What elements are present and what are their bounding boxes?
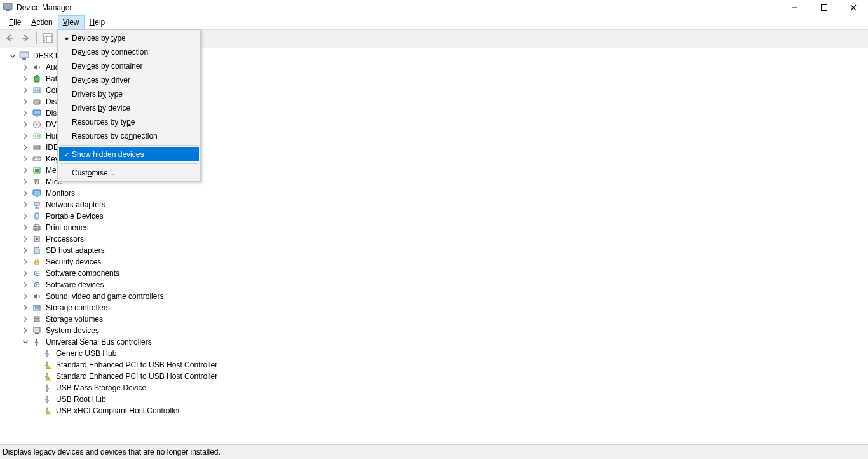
category-icon (32, 120, 42, 130)
expander-icon[interactable] (22, 338, 29, 346)
tree-category-label: Storage controllers (44, 303, 111, 313)
expander-icon[interactable] (22, 258, 29, 266)
toolbar-separator (36, 32, 37, 44)
menu-devices-by-driver[interactable]: Devices by driver (59, 73, 199, 87)
expander-icon[interactable] (22, 327, 29, 334)
expander-icon[interactable] (22, 86, 29, 94)
tree-category[interactable]: Software components (4, 268, 864, 279)
menu-devices-by-connection[interactable]: Devices by connection (59, 45, 199, 59)
menu-view[interactable]: View (58, 15, 85, 29)
tree-device[interactable]: USB Mass Storage Device (4, 382, 864, 394)
tree-category[interactable]: Network adapters (4, 199, 864, 210)
expander-icon[interactable] (22, 292, 29, 300)
svg-rect-87 (48, 413, 49, 414)
menu-resources-by-connection[interactable]: Resources by connection (59, 129, 199, 143)
expander-icon[interactable] (22, 189, 29, 197)
svg-rect-38 (35, 169, 39, 172)
tree-device[interactable]: Standard Enhanced PCI to USB Host Contro… (4, 359, 864, 371)
svg-rect-1 (6, 10, 10, 11)
tree-category[interactable]: Monitors (4, 188, 864, 199)
tree-category[interactable]: Processors (4, 233, 864, 245)
category-icon (32, 74, 42, 84)
expander-icon[interactable] (22, 235, 29, 243)
tree-category[interactable]: System devices (4, 325, 864, 336)
tree-category[interactable]: Software devices (4, 279, 864, 291)
expander-icon[interactable] (22, 64, 29, 71)
tree-category[interactable]: Print queues (4, 222, 864, 233)
show-hide-tree-button[interactable] (41, 31, 55, 45)
svg-rect-42 (34, 202, 39, 205)
expander-icon[interactable] (22, 144, 29, 151)
expander-icon[interactable] (22, 315, 29, 323)
tree-category[interactable]: Storage volumes (4, 313, 864, 325)
tree-category[interactable]: Storage controllers (4, 302, 864, 313)
category-icon (32, 314, 42, 324)
minimize-button[interactable] (780, 0, 810, 15)
expander-icon[interactable] (22, 212, 29, 220)
menu-drivers-by-device[interactable]: Drivers by device (59, 101, 199, 115)
tree-device[interactable]: USB xHCI Compliant Host Controller (4, 405, 864, 416)
usb-warning-icon (42, 371, 52, 381)
svg-rect-49 (35, 229, 39, 231)
tree-device[interactable]: Standard Enhanced PCI to USB Host Contro… (4, 371, 864, 382)
svg-rect-52 (35, 261, 39, 264)
back-button[interactable] (3, 31, 17, 45)
menu-devices-by-type[interactable]: ● Devices by type (59, 31, 199, 45)
menu-item-label: Devices by driver (72, 76, 194, 85)
tree-category[interactable]: Portable Devices (4, 210, 864, 222)
menu-action[interactable]: Action (26, 15, 57, 29)
expander-icon[interactable] (22, 98, 29, 106)
menu-show-hidden-devices[interactable]: ✓ Show hidden devices (59, 147, 199, 161)
tree-category-label: Security devices (44, 257, 102, 267)
tree-category-label: Universal Serial Bus controllers (44, 337, 153, 347)
expander-icon[interactable] (22, 178, 29, 186)
menu-item-label: Devices by type (72, 34, 194, 43)
forward-button[interactable] (18, 31, 32, 45)
expander-icon[interactable] (22, 270, 29, 277)
tree-device[interactable]: USB Root Hub (4, 394, 864, 405)
menu-separator (60, 163, 198, 164)
title-bar: Device Manager (0, 0, 868, 15)
expander-icon[interactable] (22, 201, 29, 209)
svg-rect-57 (34, 305, 40, 310)
expander-icon[interactable] (22, 304, 29, 312)
expander-icon[interactable] (22, 132, 29, 140)
maximize-button[interactable] (810, 0, 839, 15)
tree-category[interactable]: Sound, video and game controllers (4, 291, 864, 302)
tree-device[interactable]: Generic USB Hub (4, 348, 864, 359)
close-button[interactable] (839, 0, 868, 15)
menu-drivers-by-type[interactable]: Drivers by type (59, 87, 199, 101)
menu-file[interactable]: File (4, 15, 26, 29)
menu-customise[interactable]: Customise... (59, 166, 199, 180)
expander-icon[interactable] (22, 224, 29, 231)
tree-category-usb[interactable]: Universal Serial Bus controllers (4, 336, 864, 348)
expander-icon[interactable] (22, 155, 29, 163)
tree-category[interactable]: Security devices (4, 256, 864, 268)
svg-rect-77 (48, 380, 49, 380)
expander-icon[interactable] (9, 52, 17, 60)
menu-item-label: Customise... (72, 168, 194, 177)
svg-rect-35 (37, 158, 37, 159)
tree-category-label: Software components (44, 268, 121, 278)
menu-devices-by-container[interactable]: Devices by container (59, 59, 199, 73)
category-icon (32, 234, 42, 244)
category-icon (32, 165, 42, 175)
svg-rect-16 (36, 75, 38, 76)
category-icon (32, 280, 42, 290)
tree-category-label: Sound, video and game controllers (44, 291, 165, 301)
expander-icon[interactable] (22, 121, 29, 128)
menu-resources-by-type[interactable]: Resources by type (59, 115, 199, 129)
expander-icon[interactable] (22, 109, 29, 117)
expander-icon[interactable] (22, 75, 29, 83)
menu-help[interactable]: Help (85, 15, 111, 29)
expander-icon[interactable] (22, 281, 29, 289)
usb-icon (42, 383, 52, 393)
expander-icon[interactable] (22, 247, 29, 254)
svg-rect-26 (34, 134, 40, 139)
svg-rect-3 (822, 5, 827, 11)
tree-category[interactable]: SD host adapters (4, 245, 864, 256)
svg-rect-72 (48, 368, 49, 369)
expander-icon[interactable] (22, 167, 29, 174)
svg-rect-88 (48, 414, 49, 414)
checkmark-icon: ● (62, 34, 72, 42)
